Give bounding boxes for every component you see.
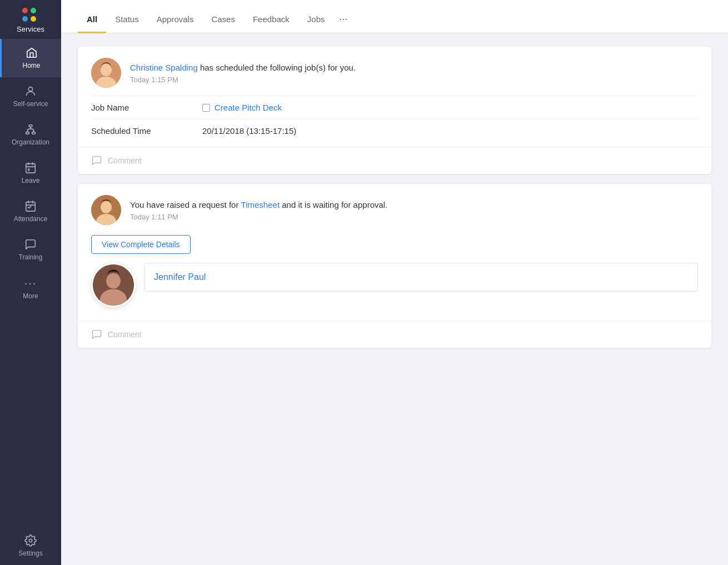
tab-more[interactable]: ··· <box>334 13 353 33</box>
card1-comment-bar[interactable]: Comment <box>78 147 711 174</box>
card2-timestamp: Today 1:11 PM <box>130 213 698 221</box>
tab-jobs[interactable]: Jobs <box>298 14 334 33</box>
jennifer-profile-card: Jennifer Paul <box>144 263 698 292</box>
card1-job-value: Create Pitch Deck <box>202 103 282 112</box>
attendance-icon <box>24 200 37 212</box>
settings-icon <box>24 534 37 547</box>
tab-cases[interactable]: Cases <box>202 14 244 33</box>
dot-green <box>31 8 36 13</box>
jennifer-name[interactable]: Jennifer Paul <box>154 272 689 282</box>
sidebar-item-organization[interactable]: Organization <box>0 116 61 154</box>
card1-header: Christine Spalding has scheduled the fol… <box>78 47 711 96</box>
sidebar-logo-label: Services <box>17 25 44 33</box>
card2-message: You have raised a request for Timesheet … <box>130 199 698 212</box>
card-job-scheduled: Christine Spalding has scheduled the fol… <box>78 47 711 174</box>
sidebar-item-home-label: Home <box>22 62 40 69</box>
sidebar-item-training-label: Training <box>19 253 43 261</box>
dot-yellow <box>31 16 36 22</box>
logo-dots <box>22 8 39 22</box>
svg-rect-4 <box>26 164 36 173</box>
sidebar-item-org-label: Organization <box>12 138 49 146</box>
sidebar-item-leave[interactable]: Leave <box>0 154 61 192</box>
more-dots-icon: ··· <box>24 277 37 289</box>
home-icon <box>26 47 38 59</box>
sidebar-item-home[interactable]: Home <box>0 39 61 77</box>
card2-timesheet-link[interactable]: Timesheet <box>241 200 280 209</box>
self-service-icon <box>24 85 37 97</box>
card2-comment-placeholder: Comment <box>108 330 142 339</box>
training-icon <box>24 238 37 251</box>
avatar-jennifer <box>91 263 136 307</box>
tab-status[interactable]: Status <box>106 14 148 33</box>
svg-point-6 <box>29 539 32 542</box>
card2-message-suffix: and it is waiting for approval. <box>280 200 387 209</box>
card1-table: Job Name Create Pitch Deck Scheduled Tim… <box>78 96 711 142</box>
sidebar-item-leave-label: Leave <box>22 177 40 184</box>
card1-message: Christine Spalding has scheduled the fol… <box>130 62 698 74</box>
sidebar-item-self-service-label: Self-service <box>13 100 48 108</box>
card2-header-info: You have raised a request for Timesheet … <box>130 199 698 222</box>
job-checkbox[interactable] <box>202 104 210 112</box>
card1-scheduled-value: 20/11/2018 (13:15-17:15) <box>202 126 296 136</box>
card2-profile-section: Jennifer Paul <box>78 263 711 316</box>
card1-job-link[interactable]: Create Pitch Deck <box>215 103 282 112</box>
leave-icon <box>24 162 37 174</box>
tab-feedback[interactable]: Feedback <box>244 14 298 33</box>
tab-bar: All Status Approvals Cases Feedback Jobs… <box>61 0 728 33</box>
card1-job-label: Job Name <box>91 103 202 112</box>
sidebar-item-settings-label: Settings <box>18 549 42 557</box>
tab-all[interactable]: All <box>78 14 106 33</box>
card1-header-info: Christine Spalding has scheduled the fol… <box>130 62 698 84</box>
svg-point-14 <box>106 273 121 289</box>
dot-red <box>22 8 28 13</box>
feed: Christine Spalding has scheduled the fol… <box>61 33 728 361</box>
view-complete-details-button[interactable]: View Complete Details <box>91 235 191 254</box>
avatar-card2 <box>91 195 121 225</box>
sidebar-logo: Services <box>0 0 61 39</box>
card1-comment-placeholder: Comment <box>108 156 142 165</box>
svg-point-0 <box>28 87 32 91</box>
comment-icon-2 <box>91 329 102 340</box>
svg-point-11 <box>101 201 112 213</box>
svg-point-8 <box>101 64 112 76</box>
card1-author-link[interactable]: Christine Spalding <box>130 63 198 72</box>
card1-scheduled-label: Scheduled Time <box>91 126 202 136</box>
avatar-christine <box>91 58 121 88</box>
sidebar-item-attendance-label: Attendance <box>14 215 48 223</box>
dot-blue <box>22 16 28 22</box>
card1-timestamp: Today 1:15 PM <box>130 76 698 84</box>
card1-job-row: Job Name Create Pitch Deck <box>91 96 698 119</box>
sidebar: Services Home Self-service Organization … <box>0 0 61 565</box>
card2-comment-bar[interactable]: Comment <box>78 321 711 348</box>
card1-message-text: has scheduled the following job(s) for y… <box>198 63 356 72</box>
sidebar-item-training[interactable]: Training <box>0 231 61 269</box>
sidebar-item-more[interactable]: ··· More <box>0 269 61 308</box>
sidebar-item-self-service[interactable]: Self-service <box>0 77 61 116</box>
organization-icon <box>24 123 37 136</box>
sidebar-item-more-label: More <box>23 292 38 300</box>
card1-scheduled-row: Scheduled Time 20/11/2018 (13:15-17:15) <box>91 119 698 142</box>
sidebar-item-attendance[interactable]: Attendance <box>0 192 61 231</box>
sidebar-item-settings[interactable]: Settings <box>0 527 61 565</box>
main-content: All Status Approvals Cases Feedback Jobs… <box>61 0 728 565</box>
tab-approvals[interactable]: Approvals <box>148 14 203 33</box>
card-timesheet-approval: You have raised a request for Timesheet … <box>78 184 711 348</box>
card2-message-prefix: You have raised a request for <box>130 200 241 209</box>
comment-icon-1 <box>91 155 102 166</box>
card2-header: You have raised a request for Timesheet … <box>78 184 711 233</box>
